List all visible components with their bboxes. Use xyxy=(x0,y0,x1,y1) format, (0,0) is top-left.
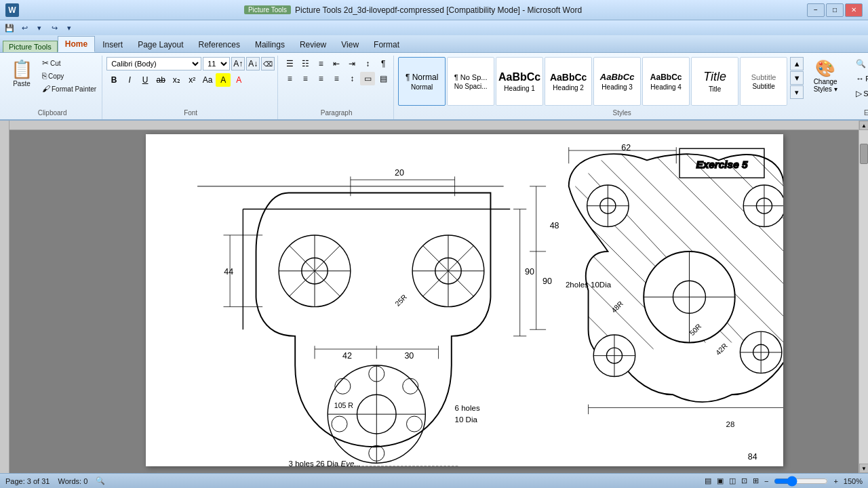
svg-text:28: 28 xyxy=(726,420,735,428)
save-qat-button[interactable]: 💾 xyxy=(3,22,16,34)
format-painter-button[interactable]: 🖌 Format Painter xyxy=(39,83,99,95)
clipboard-label: Clipboard xyxy=(5,109,99,118)
style-normal[interactable]: ¶ Normal Normal xyxy=(398,57,446,106)
minimize-button[interactable]: − xyxy=(807,3,825,17)
close-button[interactable]: ✕ xyxy=(845,3,863,17)
tab-review[interactable]: Review xyxy=(292,37,334,52)
style-heading1[interactable]: AaBbCc Heading 1 xyxy=(496,57,543,106)
tab-view[interactable]: View xyxy=(334,37,366,52)
select-button[interactable]: ▷ Select xyxy=(852,87,868,100)
bullets-button[interactable]: ☰ xyxy=(282,57,297,70)
scroll-track xyxy=(859,130,868,464)
highlight-button[interactable]: A xyxy=(216,73,231,87)
svg-text:90: 90 xyxy=(525,267,534,277)
decrease-indent-button[interactable]: ⇤ xyxy=(329,57,344,70)
tab-format[interactable]: Format xyxy=(366,37,407,52)
statusbar: Page: 3 of 31 Words: 0 🔍 ▤ ▣ ◫ ⊡ ⊞ − + 1… xyxy=(0,473,868,488)
language-icon: 🔍 xyxy=(96,476,105,485)
zoom-slider[interactable] xyxy=(774,479,828,484)
align-left-button[interactable]: ≡ xyxy=(282,72,297,85)
line-spacing-button[interactable]: ↕ xyxy=(344,72,359,85)
show-formatting-button[interactable]: ¶ xyxy=(376,57,391,70)
titlebar: W Picture Tools Picture Tools 2d_3d-ilov… xyxy=(0,0,868,20)
change-case-button[interactable]: Aa xyxy=(200,73,215,87)
style-heading2[interactable]: AaBbCc Heading 2 xyxy=(545,57,592,106)
scroll-down-arrow[interactable]: ▼ xyxy=(859,464,868,473)
vertical-scrollbar[interactable]: ▲ ▼ xyxy=(859,121,868,473)
picture-tools-badge: Picture Tools xyxy=(244,5,291,14)
change-styles-button[interactable]: 🎨 Change Styles ▾ xyxy=(805,57,846,95)
maximize-button[interactable]: □ xyxy=(826,3,844,17)
align-center-button[interactable]: ≡ xyxy=(298,72,313,85)
numbering-button[interactable]: ☷ xyxy=(298,57,313,70)
qat-more-button[interactable]: ▾ xyxy=(62,22,76,34)
zoom-in-btn[interactable]: + xyxy=(833,477,837,485)
borders-button[interactable]: ▤ xyxy=(376,72,391,85)
svg-text:20: 20 xyxy=(395,168,404,178)
undo-dropdown-button[interactable]: ▾ xyxy=(33,22,46,34)
style-subtitle[interactable]: Subtitle Subtitle xyxy=(740,57,787,106)
multilevel-list-button[interactable]: ≡ xyxy=(313,57,328,70)
tab-home[interactable]: Home xyxy=(58,36,95,52)
tab-page-layout[interactable]: Page Layout xyxy=(130,37,191,52)
copy-button[interactable]: ⎘ Copy xyxy=(39,70,99,82)
clear-format-button[interactable]: ⌫ xyxy=(261,57,275,70)
replace-button[interactable]: ↔ Replace xyxy=(852,72,868,85)
shading-button[interactable]: ▭ xyxy=(360,72,375,85)
redo-qat-button[interactable]: ↪ xyxy=(47,22,61,34)
document-page: 44 20 42 30 90 60 25R 105 R 6 holes 10 D… xyxy=(146,134,783,466)
titlebar-left: W xyxy=(5,3,19,17)
find-button[interactable]: 🔍 Find xyxy=(852,57,868,70)
paragraph-group-content: ☰ ☷ ≡ ⇤ ⇥ ↕ ¶ ≡ ≡ ≡ ≡ ↕ ▭ ▤ xyxy=(282,57,391,109)
styles-scroll-up-button[interactable]: ▲ xyxy=(790,57,804,70)
view-full-btn[interactable]: ▣ xyxy=(717,476,724,485)
style-title[interactable]: Title Title xyxy=(691,57,738,106)
statusbar-right: ▤ ▣ ◫ ⊡ ⊞ − + 150% xyxy=(705,476,863,485)
scroll-thumb[interactable] xyxy=(860,144,868,164)
increase-font-button[interactable]: A↑ xyxy=(231,57,245,70)
svg-text:Exercise  5: Exercise 5 xyxy=(696,159,748,170)
view-normal-btn[interactable]: ▤ xyxy=(705,476,711,485)
underline-button[interactable]: U xyxy=(138,73,153,87)
view-outline-btn[interactable]: ⊡ xyxy=(741,476,747,485)
sort-button[interactable]: ↕ xyxy=(360,57,375,70)
font-family-select[interactable]: Calibri (Body) xyxy=(106,57,201,70)
bold-button[interactable]: B xyxy=(106,73,121,87)
tab-picture-tools[interactable]: Picture Tools xyxy=(3,41,58,52)
font-size-select[interactable]: 11 xyxy=(203,57,230,70)
view-draft-btn[interactable]: ⊞ xyxy=(753,476,759,485)
zoom-out-btn[interactable]: − xyxy=(764,477,768,485)
page-info: Page: 3 of 31 xyxy=(5,477,50,485)
paste-button[interactable]: 📋 Paste xyxy=(5,57,38,89)
subscript-button[interactable]: x₂ xyxy=(169,73,184,87)
view-web-btn[interactable]: ◫ xyxy=(729,476,736,485)
titlebar-controls: − □ ✕ xyxy=(807,3,863,17)
paragraph-group: ☰ ☷ ≡ ⇤ ⇥ ↕ ¶ ≡ ≡ ≡ ≡ ↕ ▭ ▤ Paragraph xyxy=(279,56,394,119)
svg-text:48: 48 xyxy=(550,221,559,230)
undo-qat-button[interactable]: ↩ xyxy=(18,22,31,34)
editing-group-content: 🔍 Find ↔ Replace ▷ Select xyxy=(852,57,868,109)
document-area: 44 20 42 30 90 60 25R 105 R 6 holes 10 D… xyxy=(0,121,868,473)
paste-label: Paste xyxy=(13,80,31,87)
increase-indent-button[interactable]: ⇥ xyxy=(344,57,359,70)
strikethrough-button[interactable]: ab xyxy=(153,73,168,87)
ribbon-tabs: Picture Tools Home Insert Page Layout Re… xyxy=(0,35,868,53)
scroll-up-arrow[interactable]: ▲ xyxy=(859,121,868,130)
justify-button[interactable]: ≡ xyxy=(329,72,344,85)
change-styles-label: Change Styles ▾ xyxy=(814,78,837,93)
cut-button[interactable]: ✂ Cut xyxy=(39,57,99,69)
tab-insert[interactable]: Insert xyxy=(95,37,130,52)
superscript-button[interactable]: x² xyxy=(184,73,199,87)
tab-mailings[interactable]: Mailings xyxy=(248,37,292,52)
style-no-spacing[interactable]: ¶ No Sp... No Spaci... xyxy=(447,57,494,106)
styles-more-button[interactable]: ▾ xyxy=(790,85,804,99)
technical-drawing: 44 20 42 30 90 60 25R 105 R 6 holes 10 D… xyxy=(146,134,783,466)
italic-button[interactable]: I xyxy=(122,73,137,87)
decrease-font-button[interactable]: A↓ xyxy=(246,57,260,70)
style-heading3[interactable]: AaBbCc Heading 3 xyxy=(593,57,641,106)
styles-scroll-down-button[interactable]: ▼ xyxy=(790,71,804,85)
tab-references[interactable]: References xyxy=(191,37,248,52)
font-color-button[interactable]: A xyxy=(231,73,246,87)
style-heading4[interactable]: AaBbCc Heading 4 xyxy=(642,57,690,106)
align-right-button[interactable]: ≡ xyxy=(313,72,328,85)
